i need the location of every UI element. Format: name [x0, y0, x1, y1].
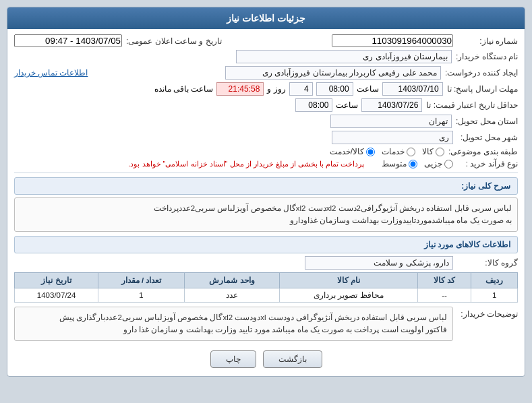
col-tarikh: تاریخ نیاز [15, 272, 98, 288]
nam-dastgah-input[interactable] [236, 50, 452, 63]
ijad-konande-input[interactable] [225, 66, 441, 80]
radio-motavasset-input[interactable] [409, 160, 417, 168]
mohlet-baki-saat-input[interactable] [216, 82, 264, 96]
page-title: جزئیات اطلاعات نیاز [7, 7, 525, 29]
radio-kala-input[interactable] [436, 148, 444, 156]
table-row: 1--محافظ تصویر برداریعدد11403/07/24 [15, 288, 518, 302]
ettelaat-tamas-link[interactable]: اطلاعات تماس خریدار [14, 68, 88, 78]
col-kod: کد کالا [417, 272, 471, 288]
table-cell: محافظ تصویر برداری [280, 288, 418, 302]
grohe-kala-label: گروه کالا: [457, 258, 518, 268]
buyer-notes-line2: فاکتور اولویت است پرداخت به صورت یک ماه … [20, 323, 447, 336]
no-faraand-label: نوع فرآند خرید : [457, 159, 518, 168]
ostan-label: استان محل تحویل: [456, 117, 518, 126]
buyer-notes-box: لباس سربی قابل استفاده دریخش آنژیوگرافی … [14, 307, 453, 341]
shahr-input[interactable] [332, 131, 453, 144]
sarh-koli-section: سرح کلی نیاز: [14, 177, 518, 195]
table-cell: 1 [471, 288, 518, 302]
hadaqal-saat-input[interactable] [295, 98, 332, 112]
tarikh-elan-label: تاریخ و ساعت اعلان عمومی: [126, 36, 222, 46]
radio-kala-khadamat-input[interactable] [366, 148, 375, 156]
radio-kala[interactable]: کالا [422, 147, 444, 156]
nam-dastgah-label: نام دستگاه خریدار: [456, 52, 518, 61]
print-button[interactable]: چاپ [210, 350, 256, 368]
kala-table: ردیف کد کالا نام کالا واحد شمارش تعداد /… [14, 272, 518, 303]
hadaqal-saat-label: ساعت [336, 100, 358, 110]
ijad-konande-label: ایجاد کننده درخواست: [445, 68, 518, 78]
radio-kala-khadamat[interactable]: کالا/خدمت [330, 147, 375, 156]
buyer-notes-line1: لباس سربی قابل استفاده دریخش آنژیوگرافی … [20, 311, 447, 323]
table-cell: -- [417, 288, 471, 302]
col-tedad: تعداد / مقدار [98, 272, 185, 288]
col-vahed: واحد شمارش [184, 272, 279, 288]
mohlet-saat-label: ساعت [357, 84, 379, 94]
table-cell: عدد [184, 288, 279, 302]
radio-khadamat[interactable]: خدمات [382, 147, 415, 156]
mohlet-date-input[interactable] [382, 82, 443, 96]
sarh-koli-line1: لباس سربی قابل استفاده دریخش آنژیوگرافی2… [20, 202, 512, 214]
mohlet-baki-label: ساعت باقی مانده [154, 84, 214, 94]
radio-jezvi[interactable]: جزیی [424, 159, 453, 168]
tarikh-elan-input[interactable] [14, 34, 122, 47]
table-cell: 1 [98, 288, 185, 302]
tabagheh-label: طبقه بندی موضوعی: [448, 147, 518, 156]
shomare-niaz-label: شماره نیاز: [457, 36, 518, 46]
radio-motavasset[interactable]: متوسط [382, 159, 417, 168]
mohlet-rooz-label: روز و [267, 84, 285, 94]
sarh-koli-box: لباس سربی قابل استفاده دریخش آنژیوگرافی2… [14, 197, 518, 232]
hadaqal-label: حداقل تاریخ اعتبار قیمت: تا [426, 100, 518, 110]
mohlet-saat-input[interactable] [316, 82, 353, 96]
col-radif: ردیف [471, 272, 518, 288]
ettelaat-kala-section: اطلاعات کالاهای مورد نیاز [14, 236, 518, 253]
shahr-label: شهر محل تحویل: [457, 133, 518, 142]
radio-khadamat-input[interactable] [407, 148, 415, 156]
back-button[interactable]: بازگشت [263, 350, 322, 368]
shomare-niaz-input[interactable] [332, 34, 453, 47]
ostan-input[interactable] [330, 115, 452, 128]
sarh-koli-line2: به صورت یک ماه میباشدموردتاییدوزارت بهدا… [20, 214, 512, 226]
col-nam: نام کالا [280, 272, 418, 288]
buyer-notes-label: توضیحات خریدار: [457, 309, 518, 319]
mohlet-rooz-input[interactable] [289, 82, 313, 96]
mohlet-ersal-label: مهلت ارسال پاسخ: تا [447, 84, 518, 94]
radio-jezvi-input[interactable] [444, 160, 453, 168]
payment-note: پرداخت تمام با بخشی از مبلغ خریدار از مح… [128, 160, 364, 168]
hadaqal-date-input[interactable] [361, 98, 422, 112]
button-row: بازگشت چاپ [14, 350, 518, 368]
grohe-kala-input[interactable] [305, 256, 453, 270]
table-cell: 1403/07/24 [15, 288, 98, 302]
